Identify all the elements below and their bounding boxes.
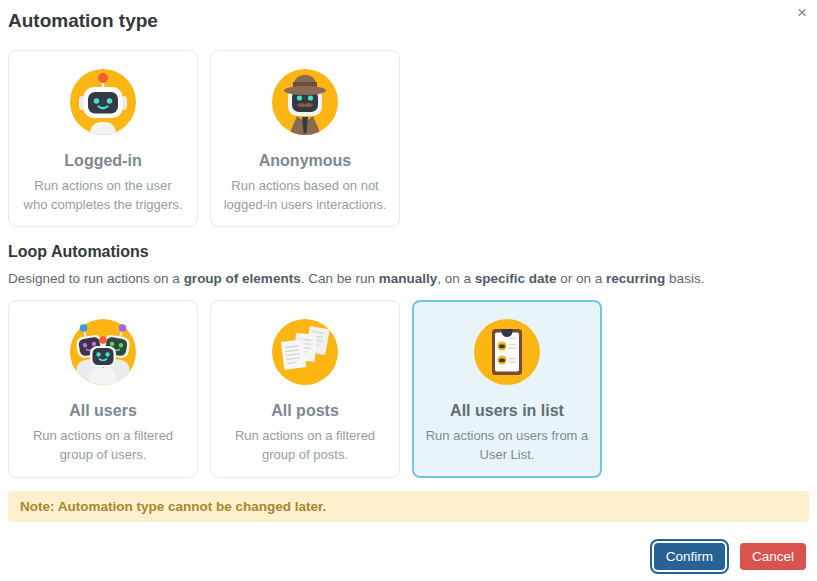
card-description: Run actions on users from a User List. <box>425 427 589 465</box>
close-icon[interactable]: × <box>793 0 811 25</box>
confirm-button[interactable]: Confirm <box>654 543 725 570</box>
card-description: Run actions on the user who completes th… <box>21 177 185 215</box>
posts-stack-icon <box>269 315 341 387</box>
card-all-users-in-list[interactable]: All users in list Run actions on users f… <box>412 300 602 478</box>
automation-type-modal: × Automation type <box>0 0 817 570</box>
card-title: All posts <box>223 402 387 420</box>
modal-footer: Confirm Cancel <box>8 543 809 570</box>
card-logged-in[interactable]: Logged-in Run actions on the user who co… <box>8 50 198 227</box>
note-banner: Note: Automation type cannot be changed … <box>8 491 809 522</box>
card-anonymous[interactable]: Anonymous Run actions based on not logge… <box>210 50 400 227</box>
card-title: Logged-in <box>21 152 185 170</box>
card-title: All users in list <box>425 402 589 420</box>
card-all-users[interactable]: All users Run actions on a filtered grou… <box>8 300 198 478</box>
card-title: Anonymous <box>223 152 387 170</box>
page-title: Automation type <box>8 10 809 32</box>
card-title: All users <box>21 402 185 420</box>
card-description: Run actions based on not logged-in users… <box>223 177 387 215</box>
robot-logged-in-icon <box>67 65 139 137</box>
cancel-button[interactable]: Cancel <box>740 543 806 570</box>
user-automation-card-row: Logged-in Run actions on the user who co… <box>8 50 809 227</box>
card-description: Run actions on a filtered group of users… <box>21 427 185 465</box>
card-description: Run actions on a filtered group of posts… <box>223 427 387 465</box>
robots-group-icon <box>67 315 139 387</box>
robot-anonymous-icon <box>269 65 341 137</box>
loop-automations-description: Designed to run actions on a group of el… <box>8 271 809 286</box>
loop-automations-heading: Loop Automations <box>8 243 809 261</box>
card-all-posts[interactable]: All posts Run actions on a filtered grou… <box>210 300 400 478</box>
loop-automation-card-row: All users Run actions on a filtered grou… <box>8 300 809 478</box>
user-list-clipboard-icon <box>471 315 543 387</box>
